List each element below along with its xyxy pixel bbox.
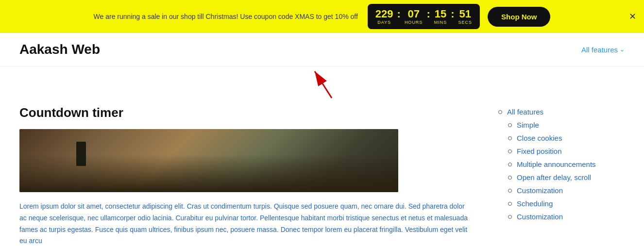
top-banner: We are running a sale in our shop till C… — [0, 0, 644, 33]
hours-value: 07 — [407, 8, 419, 20]
sidebar-link[interactable]: Close cookies — [517, 134, 562, 142]
mins-label: MINS — [434, 20, 447, 25]
mins-unit: 15 MINS — [434, 8, 447, 25]
sidebar-link[interactable]: Customization — [517, 213, 563, 221]
sidebar-link[interactable]: Scheduling — [517, 199, 553, 208]
sidebar-bullet-icon — [508, 189, 512, 193]
sidebar-bullet-icon — [508, 176, 512, 180]
sep2: : — [426, 8, 430, 20]
landscape-image — [19, 129, 398, 192]
sep3: : — [451, 8, 454, 20]
sidebar-item[interactable]: Multiple announcements — [498, 158, 625, 171]
red-arrow-icon — [303, 66, 341, 100]
sidebar-bullet-icon — [508, 149, 512, 153]
days-unit: 229 DAYS — [375, 8, 393, 25]
sidebar-link[interactable]: Multiple announcements — [517, 160, 596, 168]
sidebar-link[interactable]: Open after delay, scroll — [517, 173, 591, 181]
sidebar-link[interactable]: Fixed position — [517, 147, 562, 155]
banner-text: We are running a sale in our shop till C… — [94, 13, 358, 20]
sidebar-item[interactable]: Fixed position — [498, 145, 625, 158]
sidebar-item[interactable]: Open after delay, scroll — [498, 171, 625, 184]
all-features-link[interactable]: All features ⌄ — [581, 46, 625, 54]
sidebar-item[interactable]: Close cookies — [498, 131, 625, 145]
mins-value: 15 — [435, 8, 446, 20]
sidebar-link[interactable]: All features — [507, 108, 543, 116]
sidebar-link[interactable]: Customization — [517, 186, 563, 195]
sidebar-bullet-icon — [508, 202, 512, 206]
sidebar-bullet-icon — [508, 163, 512, 166]
site-title: Aakash Web — [19, 42, 100, 57]
sidebar-link[interactable]: Simple — [517, 121, 539, 129]
secs-unit: 51 SECS — [458, 8, 473, 25]
sidebar-bullet-icon — [508, 215, 512, 219]
hours-unit: 07 HOURS — [405, 8, 423, 25]
sep1: : — [397, 8, 401, 20]
sidebar-item[interactable]: Simple — [498, 118, 625, 131]
sidebar-bullet-icon — [508, 136, 512, 140]
sidebar-item[interactable]: Scheduling — [498, 197, 625, 210]
sidebar-items-container: All featuresSimpleClose cookiesFixed pos… — [498, 105, 625, 223]
all-features-label: All features — [581, 46, 618, 54]
sidebar-item[interactable]: Customization — [498, 210, 625, 223]
main-layout: Countdown timer Lorem ipsum dolor sit am… — [0, 100, 644, 246]
days-label: DAYS — [377, 20, 391, 25]
sidebar-bullet-icon — [498, 110, 502, 114]
close-banner-button[interactable]: ✕ — [629, 11, 636, 22]
page-heading: Countdown timer — [19, 105, 469, 120]
sidebar-bullet-icon — [508, 123, 512, 127]
shop-now-button[interactable]: Shop Now — [488, 7, 550, 27]
sidebar: All featuresSimpleClose cookiesFixed pos… — [498, 100, 625, 246]
site-header: Aakash Web All features ⌄ — [0, 33, 644, 66]
secs-label: SECS — [458, 20, 473, 25]
countdown-timer: 229 DAYS : 07 HOURS : 15 MINS : 51 SECS — [368, 4, 480, 29]
svg-line-1 — [315, 71, 332, 98]
sidebar-item[interactable]: All features — [498, 105, 625, 118]
arrow-container — [0, 66, 644, 100]
hours-label: HOURS — [405, 20, 423, 25]
secs-value: 51 — [459, 8, 471, 20]
content-area: Countdown timer Lorem ipsum dolor sit am… — [19, 100, 498, 246]
body-text: Lorem ipsum dolor sit amet, consectetur … — [19, 201, 469, 246]
sidebar-item[interactable]: Customization — [498, 184, 625, 197]
days-value: 229 — [375, 8, 393, 20]
chevron-down-icon: ⌄ — [620, 46, 625, 53]
